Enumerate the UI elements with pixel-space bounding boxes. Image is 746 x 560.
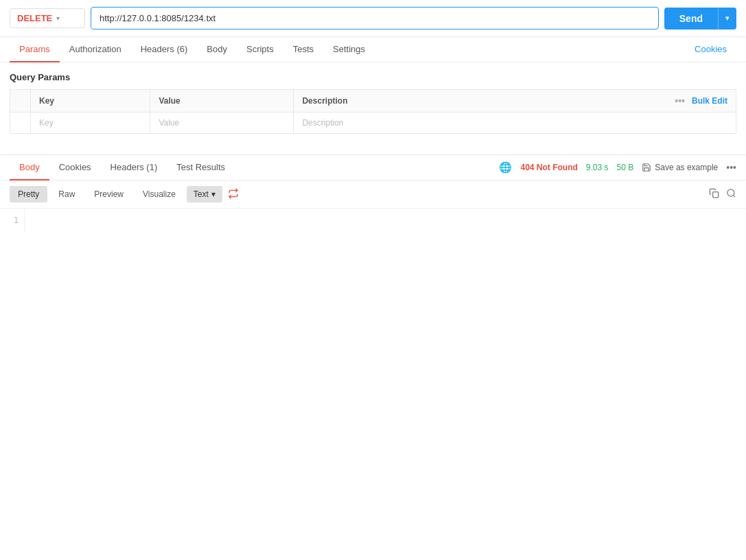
value-header: Value [150,90,294,113]
bulk-edit-label[interactable]: Bulk Edit [692,96,727,106]
send-dropdown-button[interactable]: ▾ [718,8,736,30]
method-chevron-icon: ▾ [56,14,60,22]
code-area: 1 [0,209,746,232]
search-icon [726,188,736,198]
svg-line-2 [733,195,735,197]
response-tabs-bar: Body Cookies Headers (1) Test Results 🌐 … [0,155,746,180]
send-btn-wrapper: Send ▾ [664,8,736,30]
search-button[interactable] [726,188,736,200]
format-tab-pretty[interactable]: Pretty [10,186,47,202]
key-cell[interactable]: Key [31,113,150,134]
top-bar: DELETE ▾ Send ▾ [0,0,746,37]
line-number: 1 [14,215,19,225]
wrap-text-button[interactable] [228,188,239,201]
tab-settings[interactable]: Settings [323,37,375,62]
line-numbers: 1 [0,209,25,232]
response-tab-test-results[interactable]: Test Results [167,155,235,180]
row-checkbox-cell [10,113,31,134]
tab-authorization[interactable]: Authorization [60,37,131,62]
tab-headers[interactable]: Headers (6) [131,37,198,62]
response-body: 1 [0,209,746,232]
status-badge: 404 Not Found [520,163,577,172]
format-tab-preview[interactable]: Preview [86,186,132,202]
copy-icon [709,188,719,198]
url-input[interactable] [91,7,659,30]
response-tab-body[interactable]: Body [10,155,49,180]
save-example-button[interactable]: Save as example [642,163,718,172]
params-table: Key Value Description ••• Bulk Edit Key [10,89,736,134]
query-params-title: Query Params [10,72,736,82]
svg-rect-0 [713,192,719,198]
tab-body[interactable]: Body [197,37,237,62]
tab-params[interactable]: Params [10,37,60,62]
response-format-bar: Pretty Raw Preview Visualize Text ▾ [0,180,746,209]
cookies-link[interactable]: Cookies [685,37,736,62]
response-section: Body Cookies Headers (1) Test Results 🌐 … [0,154,746,232]
send-button[interactable]: Send [664,8,718,30]
tab-tests[interactable]: Tests [283,37,323,62]
more-options-icon: ••• [675,95,685,106]
method-selector[interactable]: DELETE ▾ [10,8,85,28]
format-tab-raw[interactable]: Raw [50,186,83,202]
method-label: DELETE [17,13,52,23]
wrap-icon [228,188,239,199]
tab-scripts[interactable]: Scripts [237,37,283,62]
query-params-section: Query Params Key Value Description ••• B… [0,62,746,134]
globe-icon: 🌐 [499,161,512,174]
response-time: 9.03 s [586,163,609,172]
key-header: Key [31,90,150,113]
request-tabs-bar: Params Authorization Headers (6) Body Sc… [0,37,746,62]
svg-point-1 [727,189,734,196]
format-tab-visualize[interactable]: Visualize [135,186,184,202]
description-label: Description [302,96,347,106]
description-header: Description ••• Bulk Edit [294,90,736,113]
description-cell[interactable]: Description [294,113,736,134]
checkbox-header [10,90,31,113]
response-size: 50 B [617,163,634,172]
table-row: Key Value Description [10,113,736,134]
value-cell[interactable]: Value [150,113,294,134]
response-tab-headers[interactable]: Headers (1) [101,155,167,180]
text-format-dropdown[interactable]: Text ▾ [187,186,222,202]
response-more-options-button[interactable]: ••• [726,162,736,173]
response-meta: 🌐 404 Not Found 9.03 s 50 B Save as exam… [499,161,736,174]
copy-button[interactable] [709,188,719,200]
code-content [25,209,746,232]
response-tab-cookies[interactable]: Cookies [49,155,101,180]
save-icon [642,163,651,172]
